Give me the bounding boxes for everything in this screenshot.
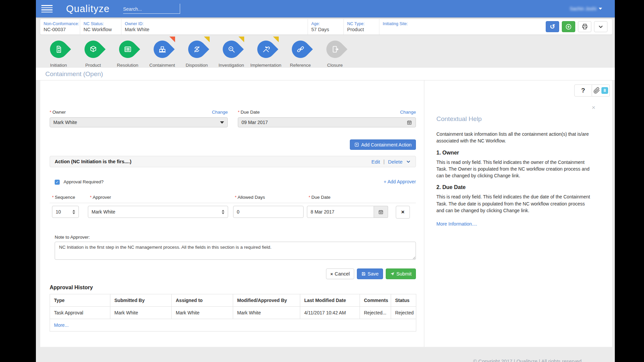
due-date-input[interactable]: 09 Mar 2017 bbox=[238, 117, 416, 127]
action-header-bar[interactable]: Action (NC Initiation is the firs....) E… bbox=[50, 156, 416, 167]
allowed-days-input[interactable]: 0 bbox=[233, 206, 304, 218]
orange-flag-icon bbox=[169, 37, 175, 42]
submit-button[interactable]: Submit bbox=[386, 268, 416, 279]
column-header: Submitted By bbox=[110, 294, 172, 307]
search-input[interactable] bbox=[123, 6, 179, 12]
closure-pin bbox=[323, 37, 347, 62]
print-button[interactable] bbox=[578, 21, 591, 32]
more-information-link[interactable]: More Information.... bbox=[436, 221, 477, 227]
info-value: Product bbox=[347, 27, 379, 32]
help-button[interactable]: ? bbox=[574, 84, 592, 97]
note-to-approver-textarea[interactable]: NC Initiation is the first step in the N… bbox=[55, 242, 416, 260]
workflow-step-disposition[interactable]: Disposition bbox=[179, 35, 214, 68]
action-subtitle: (NC Initiation is the firs....) bbox=[71, 159, 131, 164]
approval-required-row: ✓ Approval Required? + Add Approver bbox=[50, 179, 416, 185]
workflow-step-label: Product bbox=[85, 63, 101, 68]
product-pin bbox=[81, 37, 106, 62]
sequence-label: *Sequence bbox=[52, 195, 75, 200]
user-name: Sachin Joshi bbox=[570, 6, 596, 11]
spinner-icon[interactable] bbox=[72, 210, 75, 214]
column-header: Last Modified Date bbox=[300, 294, 360, 307]
due-date-value: 09 Mar 2017 bbox=[241, 120, 407, 125]
help-close-button[interactable]: × bbox=[592, 104, 595, 111]
attachment-count-badge: 8 bbox=[601, 87, 608, 94]
sequence-input[interactable]: 10 bbox=[52, 206, 79, 218]
document-star-icon bbox=[54, 45, 63, 54]
printer-icon bbox=[581, 23, 588, 30]
workflow-step-initiation[interactable]: Initiation bbox=[41, 35, 76, 68]
edit-link[interactable]: Edit bbox=[371, 159, 380, 165]
expand-button[interactable] bbox=[594, 21, 607, 32]
page-title: Containment (Open) bbox=[36, 68, 615, 80]
app-window: Qualityze Sachin Joshi Non-Conformance: … bbox=[36, 0, 615, 362]
workflow-step-closure[interactable]: Closure bbox=[318, 35, 352, 68]
workflow-step-investigation[interactable]: Investigation bbox=[214, 35, 249, 68]
approval-history-table: Type Submitted By Assigned to Modified/A… bbox=[50, 294, 416, 331]
approval-required-checkbox[interactable]: ✓ bbox=[55, 180, 60, 185]
help-section-body: This is read only field. This field indi… bbox=[436, 193, 593, 214]
required-asterisk: * bbox=[238, 110, 239, 115]
help-intro: Containment task information lists all t… bbox=[436, 131, 593, 144]
hamburger-menu-icon[interactable] bbox=[41, 4, 53, 14]
info-label: NC Type: bbox=[347, 21, 379, 26]
calendar-addon-button[interactable] bbox=[374, 206, 388, 218]
user-menu[interactable]: Sachin Joshi bbox=[570, 0, 602, 17]
cube-icon bbox=[89, 45, 98, 54]
info-value: Mark White bbox=[125, 27, 308, 32]
workflow-step-resolution[interactable]: Resolution bbox=[110, 35, 145, 68]
approver-due-date-group: 8 Mar 2017 bbox=[307, 206, 388, 218]
approver-select[interactable]: Mark White bbox=[88, 206, 228, 218]
collapse-chevron-icon[interactable] bbox=[406, 159, 411, 164]
calendar-icon bbox=[407, 120, 412, 125]
chain-link-icon bbox=[296, 45, 305, 54]
select-stepper-icon[interactable] bbox=[222, 210, 224, 214]
history-button[interactable]: ↺ bbox=[546, 21, 559, 32]
workflow-step-reference[interactable]: Reference bbox=[283, 35, 318, 68]
table-row: Task Approval Mark White Mark White Mark… bbox=[50, 307, 416, 319]
help-section-heading: 2. Due Date bbox=[436, 184, 593, 190]
workflow-steps: Initiation Product Resolution Conta bbox=[36, 35, 615, 68]
approver-due-date-input[interactable]: 8 Mar 2017 bbox=[307, 206, 374, 218]
column-header: Status bbox=[391, 294, 416, 307]
x-icon: × bbox=[330, 272, 333, 277]
cancel-button[interactable]: ×Cancel bbox=[326, 268, 354, 279]
cell-comments[interactable]: Rejected... bbox=[360, 307, 391, 319]
owner-select[interactable]: Mark White bbox=[50, 117, 228, 127]
delete-link[interactable]: Delete bbox=[388, 159, 402, 165]
due-date-change-link[interactable]: Change bbox=[400, 110, 416, 115]
table-more-row: More... bbox=[50, 319, 416, 331]
approval-required-label: Approval Required? bbox=[63, 179, 103, 184]
more-link[interactable]: More... bbox=[54, 322, 69, 328]
add-containment-action-button[interactable]: Add Containment Action bbox=[350, 139, 416, 150]
workflow-strip: Initiation Product Resolution Conta bbox=[36, 35, 615, 68]
paper-plane-icon bbox=[390, 272, 395, 276]
reference-pin bbox=[288, 37, 313, 62]
owner-change-link[interactable]: Change bbox=[212, 110, 228, 115]
info-field-age: Age: 57 Days bbox=[308, 19, 343, 35]
question-mark-icon: ? bbox=[581, 87, 585, 94]
column-header: Type bbox=[50, 294, 110, 307]
separator: | bbox=[383, 159, 385, 164]
workflow-step-containment[interactable]: Containment bbox=[145, 35, 179, 68]
note-to-approver-label: Note to Approver: bbox=[50, 235, 416, 240]
attachments-button[interactable]: 8 bbox=[592, 84, 610, 97]
owner-field: *Owner Change Mark White bbox=[50, 109, 228, 127]
workflow-step-product[interactable]: Product bbox=[76, 35, 110, 68]
add-record-button[interactable] bbox=[562, 21, 575, 32]
add-approver-link[interactable]: + Add Approver bbox=[384, 179, 416, 184]
save-button[interactable]: Save bbox=[357, 268, 383, 279]
allowed-days-label: *Allowed Days bbox=[235, 195, 265, 200]
info-label: NC Status: bbox=[84, 21, 121, 26]
calendar-icon bbox=[378, 209, 384, 215]
record-actions: ↺ bbox=[546, 21, 607, 32]
info-value: NC-00037 bbox=[44, 27, 80, 32]
workflow-step-label: Containment bbox=[149, 63, 175, 68]
section-toolbar: ? 8 bbox=[574, 84, 610, 97]
info-label: Age: bbox=[311, 21, 343, 26]
owner-duedate-row: *Owner Change Mark White *Due Date Chang… bbox=[50, 109, 416, 127]
column-header: Assigned to bbox=[172, 294, 233, 307]
yellow-flag-icon bbox=[204, 37, 210, 42]
remove-approver-button[interactable]: × bbox=[396, 206, 410, 219]
workflow-step-implementation[interactable]: Implementation bbox=[249, 35, 283, 68]
table-header-row: Type Submitted By Assigned to Modified/A… bbox=[50, 294, 416, 307]
